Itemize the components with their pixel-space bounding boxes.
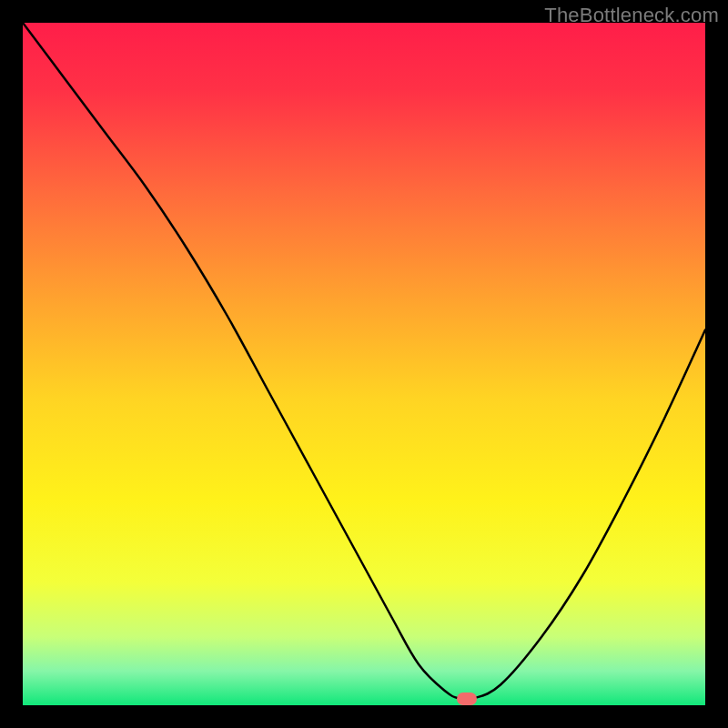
chart-frame: TheBottleneck.com xyxy=(0,0,728,728)
bottleneck-curve xyxy=(23,23,705,705)
plot-area xyxy=(23,23,705,705)
bottleneck-minimum-marker xyxy=(457,693,477,705)
watermark-text: TheBottleneck.com xyxy=(544,4,719,27)
